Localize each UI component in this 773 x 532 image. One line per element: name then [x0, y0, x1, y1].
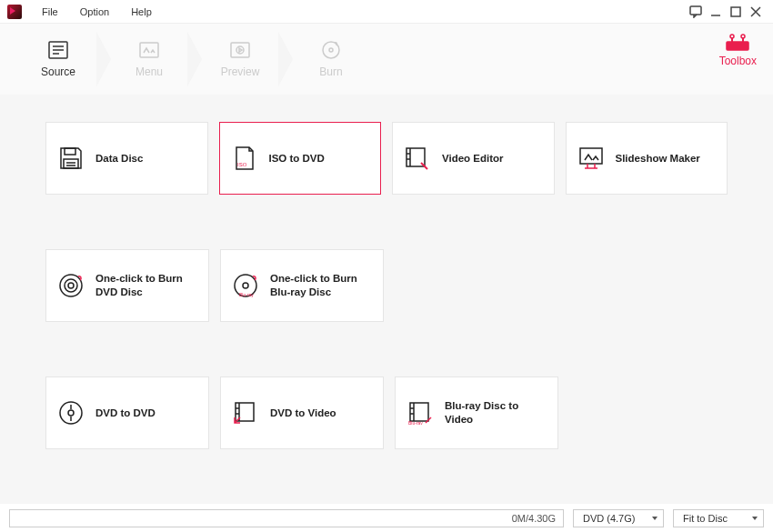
floppy-icon — [57, 145, 85, 172]
fit-dropdown[interactable]: Fit to Disc — [673, 509, 764, 527]
card-dvd-to-video[interactable]: DVD to Video — [220, 376, 384, 449]
bottom-bar: 0M/4.30G DVD (4.7G) Fit to Disc — [0, 504, 773, 532]
bluray-burn-icon: Blu-ray — [232, 272, 259, 299]
card-bluray-to-video[interactable]: Blu-ray Blu-ray Disc to Video — [395, 376, 558, 449]
film-convert-icon — [232, 399, 259, 427]
card-slideshow-maker[interactable]: Slideshow Maker — [566, 122, 728, 195]
svg-point-7 — [329, 48, 333, 52]
card-label: Video Editor — [442, 152, 504, 166]
preview-icon — [229, 40, 251, 60]
card-dvd-to-dvd[interactable]: DVD to DVD — [45, 376, 209, 449]
disc-icon — [57, 399, 85, 427]
workspace: Data Disc ISO ISO to DVD Video Editor Sl… — [0, 95, 773, 504]
chevron-down-icon — [752, 517, 758, 520]
step-preview[interactable]: Preview — [198, 32, 282, 86]
source-icon — [47, 40, 69, 60]
svg-rect-11 — [65, 148, 75, 155]
svg-rect-1 — [731, 7, 740, 16]
card-video-editor[interactable]: Video Editor — [392, 122, 555, 195]
toolbox-label: Toolbox — [719, 55, 757, 67]
step-burn-label: Burn — [319, 65, 342, 78]
film-edit-icon — [404, 145, 431, 172]
toolbox-icon — [726, 33, 749, 51]
iso-file-icon: ISO — [231, 145, 258, 172]
card-oneclick-bluray[interactable]: Blu-ray One-click to Burn Blu-ray Disc — [220, 249, 384, 322]
step-bar: Source Menu Preview Burn Toolbox — [0, 24, 773, 95]
step-preview-label: Preview — [221, 65, 260, 78]
close-button[interactable] — [746, 2, 766, 22]
burn-icon — [320, 40, 342, 60]
svg-point-23 — [68, 410, 74, 416]
svg-rect-25 — [410, 403, 428, 421]
card-data-disc[interactable]: Data Disc — [45, 122, 208, 195]
card-label: One-click to Burn DVD Disc — [95, 272, 197, 299]
card-label: Data Disc — [95, 152, 143, 166]
svg-text:Blu-ray: Blu-ray — [239, 292, 254, 297]
svg-point-20 — [243, 283, 248, 288]
svg-rect-3 — [140, 43, 158, 57]
svg-text:ISO: ISO — [237, 162, 247, 167]
titlebar: File Option Help — [0, 0, 773, 24]
card-iso-to-dvd[interactable]: ISO ISO to DVD — [219, 122, 382, 195]
fit-value: Fit to Disc — [683, 513, 728, 524]
card-label: One-click to Burn Blu-ray Disc — [270, 272, 372, 299]
capacity-bar: 0M/4.30G — [9, 509, 564, 527]
card-label: Slideshow Maker — [616, 152, 700, 166]
feedback-icon[interactable] — [686, 2, 706, 22]
svg-rect-15 — [580, 148, 602, 164]
svg-rect-0 — [690, 6, 701, 15]
step-source[interactable]: Source — [16, 32, 100, 86]
disc-burn-icon — [57, 272, 85, 299]
menu-option[interactable]: Option — [69, 6, 120, 17]
step-source-label: Source — [41, 65, 75, 78]
svg-rect-8 — [727, 42, 748, 50]
svg-text:Blu-ray: Blu-ray — [408, 420, 423, 425]
card-label: Blu-ray Disc to Video — [445, 399, 547, 427]
card-label: DVD to DVD — [95, 407, 156, 420]
slideshow-icon — [577, 145, 605, 172]
minimize-button[interactable] — [706, 2, 726, 22]
card-label: ISO to DVD — [269, 152, 325, 166]
svg-rect-12 — [64, 159, 78, 168]
disc-type-value: DVD (4.7G) — [583, 513, 635, 524]
capacity-text: 0M/4.30G — [512, 513, 556, 524]
svg-point-17 — [68, 283, 74, 288]
chevron-down-icon — [652, 517, 658, 520]
toolbox-button[interactable]: Toolbox — [719, 33, 757, 67]
bluray-convert-icon: Blu-ray — [407, 399, 434, 427]
svg-point-10 — [741, 35, 745, 38]
menu-help[interactable]: Help — [120, 6, 163, 17]
menu-step-icon — [138, 40, 160, 60]
step-burn[interactable]: Burn — [289, 32, 373, 86]
maximize-button[interactable] — [726, 2, 746, 22]
svg-rect-4 — [231, 43, 249, 57]
card-oneclick-dvd[interactable]: One-click to Burn DVD Disc — [45, 249, 209, 322]
card-label: DVD to Video — [270, 407, 336, 420]
disc-type-dropdown[interactable]: DVD (4.7G) — [573, 509, 664, 527]
menu-file[interactable]: File — [31, 6, 69, 17]
svg-point-9 — [730, 35, 734, 38]
app-logo-icon — [7, 5, 22, 19]
step-menu-label: Menu — [136, 65, 163, 78]
step-menu[interactable]: Menu — [107, 32, 191, 86]
svg-point-16 — [60, 275, 82, 296]
svg-point-18 — [65, 279, 77, 292]
